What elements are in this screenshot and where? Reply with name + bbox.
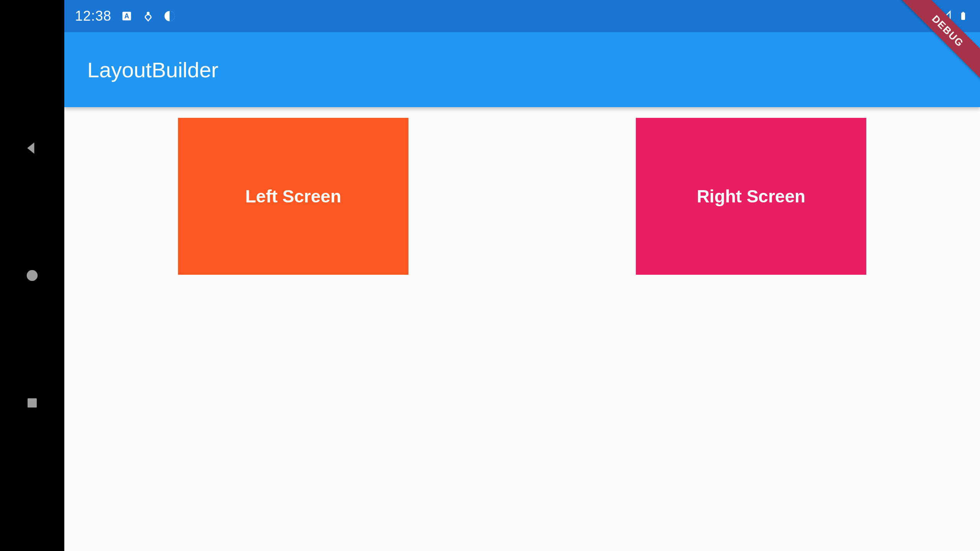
left-screen-card: Left Screen — [178, 118, 408, 275]
svg-rect-7 — [962, 12, 964, 13]
status-bar: 12:38 A — [64, 0, 980, 32]
svg-text:A: A — [124, 12, 129, 20]
app-bar: LayoutBuilder — [64, 32, 980, 107]
device-frame: DEBUG 12:38 A — [0, 0, 980, 551]
nav-recent-button[interactable] — [23, 394, 41, 412]
left-screen-label: Left Screen — [245, 186, 341, 207]
nav-home-button[interactable] — [23, 266, 41, 285]
app-bar-title: LayoutBuilder — [87, 57, 218, 82]
svg-point-0 — [27, 270, 38, 281]
right-screen-card: Right Screen — [636, 118, 866, 275]
svg-rect-1 — [28, 398, 37, 408]
right-screen-label: Right Screen — [697, 186, 805, 207]
battery-icon — [957, 10, 969, 22]
status-left: 12:38 A — [75, 8, 176, 24]
contrast-icon — [163, 10, 176, 22]
device-screen: DEBUG 12:38 A — [64, 0, 980, 551]
right-pane: Right Screen — [522, 107, 980, 551]
svg-rect-6 — [961, 13, 965, 20]
heart-icon — [142, 10, 154, 22]
system-nav-bar — [0, 0, 64, 551]
app-body: Left Screen Right Screen — [64, 107, 980, 551]
language-a-icon: A — [121, 10, 133, 22]
left-pane: Left Screen — [64, 107, 522, 551]
nav-back-button[interactable] — [23, 139, 41, 157]
status-time: 12:38 — [75, 8, 111, 24]
